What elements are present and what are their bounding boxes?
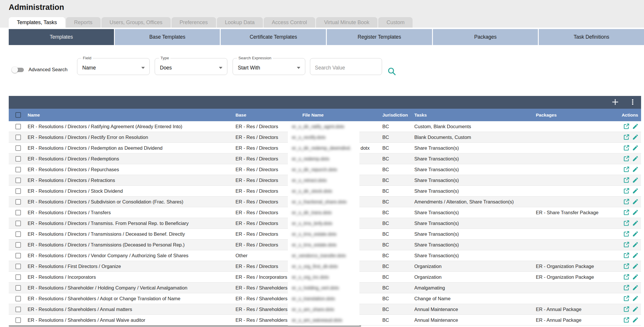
tab-lookup-data[interactable]: Lookup Data (217, 17, 263, 28)
search-expression-select[interactable]: Search Expression Start With (233, 58, 305, 75)
edit-template-button[interactable] (632, 166, 639, 173)
open-template-button[interactable] (623, 284, 630, 291)
row-checkbox[interactable] (15, 221, 21, 226)
row-checkbox[interactable] (15, 274, 21, 280)
open-template-button[interactable] (623, 198, 630, 205)
cell-jurisdiction: BC (382, 317, 414, 323)
edit-template-button[interactable] (632, 317, 639, 324)
add-template-button[interactable] (611, 98, 620, 107)
open-in-new-icon (623, 277, 630, 281)
open-template-button[interactable] (623, 187, 630, 194)
open-template-button[interactable] (623, 166, 630, 173)
cell-packages: ER - Annual Package (536, 317, 618, 323)
subtab-task-definitions[interactable]: Task Definitions (539, 29, 644, 45)
row-checkbox[interactable] (15, 242, 21, 248)
row-checkbox[interactable] (15, 264, 21, 269)
tab-users-groups-offices[interactable]: Users, Groups, Offices (101, 17, 171, 28)
row-checkbox[interactable] (15, 285, 21, 291)
search-value-input[interactable] (310, 58, 382, 75)
row-checkbox[interactable] (15, 124, 21, 129)
edit-template-button[interactable] (632, 209, 639, 216)
cell-jurisdiction: BC (382, 253, 414, 258)
redacted-file-name: er_s_trns_bnfy.dotx (288, 218, 359, 229)
tab-access-control[interactable]: Access Control (264, 17, 315, 28)
more-options-button[interactable] (628, 98, 637, 107)
open-template-button[interactable] (623, 177, 630, 184)
open-template-button[interactable] (623, 209, 630, 216)
edit-pencil-icon (632, 148, 639, 152)
row-checkbox[interactable] (15, 199, 21, 205)
edit-template-button[interactable] (632, 123, 639, 130)
row-checkbox[interactable] (15, 167, 21, 172)
open-in-new-icon (623, 137, 630, 141)
open-template-button[interactable] (623, 144, 630, 151)
redacted-file-name: er_s_trns_estate.dotx (288, 229, 359, 240)
edit-template-button[interactable] (632, 295, 639, 302)
open-template-button[interactable] (623, 317, 630, 324)
edit-template-button[interactable] (632, 155, 639, 162)
subtab-base-templates[interactable]: Base Templates (115, 29, 220, 45)
edit-template-button[interactable] (632, 134, 639, 141)
tab-custom[interactable]: Custom (378, 17, 413, 28)
cell-jurisdiction: BC (382, 199, 414, 205)
subtab-certificate-templates[interactable]: Certificate Templates (221, 29, 326, 45)
edit-template-button[interactable] (632, 220, 639, 227)
open-template-button[interactable] (623, 295, 630, 302)
row-checkbox[interactable] (15, 210, 21, 215)
row-checkbox[interactable] (15, 317, 21, 323)
row-checkbox[interactable] (15, 188, 21, 194)
open-template-button[interactable] (623, 230, 630, 237)
open-template-button[interactable] (623, 241, 630, 248)
tab-virtual-minute-book[interactable]: Virtual Minute Book (316, 17, 378, 28)
row-checkbox[interactable] (15, 135, 21, 140)
open-template-button[interactable] (623, 123, 630, 130)
open-in-new-icon (623, 309, 630, 313)
tab-preferences[interactable]: Preferences (172, 17, 216, 28)
edit-template-button[interactable] (632, 241, 639, 248)
open-template-button[interactable] (623, 134, 630, 141)
cell-jurisdiction: BC (382, 231, 414, 237)
advanced-search-toggle[interactable] (12, 66, 24, 73)
open-in-new-icon (623, 266, 630, 270)
advanced-search-label: Advanced Search (28, 67, 67, 73)
edit-pencil-icon (632, 277, 639, 281)
edit-template-button[interactable] (632, 198, 639, 205)
subtab-packages[interactable]: Packages (433, 29, 538, 45)
open-in-new-icon (623, 223, 630, 227)
edit-template-button[interactable] (632, 263, 639, 270)
row-checkbox[interactable] (15, 145, 21, 151)
edit-pencil-icon (632, 201, 639, 206)
cell-base: ER - Res / Directors (236, 221, 288, 226)
row-checkbox[interactable] (15, 178, 21, 183)
edit-template-button[interactable] (632, 252, 639, 259)
column-header-file-name: File Name (288, 112, 382, 118)
row-checkbox[interactable] (15, 296, 21, 301)
edit-template-button[interactable] (632, 274, 639, 280)
row-checkbox[interactable] (15, 253, 21, 258)
edit-template-button[interactable] (632, 284, 639, 291)
tab-templates-tasks[interactable]: Templates, Tasks (9, 17, 65, 28)
column-header-actions: Actions (618, 112, 641, 118)
edit-template-button[interactable] (632, 230, 639, 237)
type-select[interactable]: Type Does (155, 58, 227, 75)
search-button[interactable] (387, 67, 397, 77)
edit-template-button[interactable] (632, 306, 639, 313)
row-checkbox[interactable] (15, 307, 21, 312)
open-template-button[interactable] (623, 274, 630, 280)
edit-template-button[interactable] (632, 187, 639, 194)
open-template-button[interactable] (623, 220, 630, 227)
open-template-button[interactable] (623, 306, 630, 313)
subtab-register-templates[interactable]: Register Templates (327, 29, 432, 45)
edit-template-button[interactable] (632, 177, 639, 184)
edit-template-button[interactable] (632, 144, 639, 151)
subtab-templates[interactable]: Templates (9, 29, 114, 45)
open-template-button[interactable] (623, 252, 630, 259)
open-template-button[interactable] (623, 263, 630, 270)
open-template-button[interactable] (623, 155, 630, 162)
row-checkbox[interactable] (15, 156, 21, 162)
row-checkbox[interactable] (15, 231, 21, 237)
field-select[interactable]: Field Name (77, 58, 150, 75)
select-all-checkbox[interactable] (15, 112, 21, 118)
subtab-bar: TemplatesBase TemplatesCertificate Templ… (9, 29, 644, 45)
tab-reports[interactable]: Reports (66, 17, 101, 28)
